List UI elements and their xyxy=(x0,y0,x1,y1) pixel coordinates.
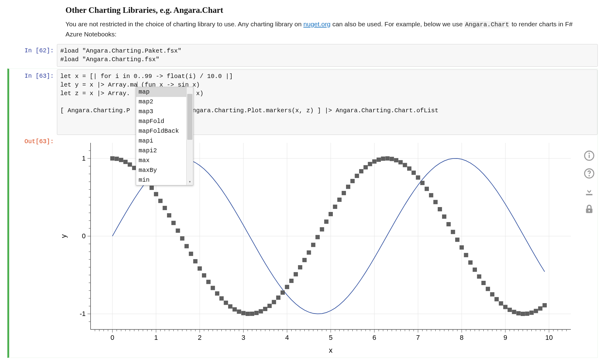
svg-rect-259 xyxy=(525,311,529,316)
svg-rect-188 xyxy=(215,291,219,295)
autocomplete-item[interactable]: maxBy xyxy=(136,165,186,175)
svg-rect-173 xyxy=(150,186,154,190)
svg-rect-182 xyxy=(189,251,193,256)
svg-rect-186 xyxy=(206,280,210,284)
svg-rect-236 xyxy=(425,187,429,191)
svg-text:9: 9 xyxy=(504,334,507,341)
svg-rect-195 xyxy=(246,311,250,316)
help-icon[interactable] xyxy=(582,167,596,180)
autocomplete-item[interactable]: map2 xyxy=(136,97,186,107)
section-heading: Other Charting Libraries, e.g. Angara.Ch… xyxy=(65,6,586,15)
svg-rect-175 xyxy=(158,199,162,203)
svg-rect-178 xyxy=(171,221,176,225)
autocomplete-item[interactable]: mapFoldBack xyxy=(136,126,186,136)
svg-rect-253 xyxy=(499,301,503,305)
svg-rect-179 xyxy=(176,228,180,233)
svg-text:4: 4 xyxy=(285,334,289,341)
svg-point-268 xyxy=(589,175,590,176)
svg-rect-234 xyxy=(416,175,420,180)
svg-text:1: 1 xyxy=(82,154,86,162)
scroll-thumb[interactable] xyxy=(187,94,192,140)
svg-rect-248 xyxy=(477,274,481,278)
svg-rect-239 xyxy=(438,207,442,211)
svg-rect-203 xyxy=(281,290,285,295)
lock-icon[interactable] xyxy=(582,202,596,216)
prompt-in-63: In [63]: xyxy=(9,69,57,135)
code-editor-62[interactable]: #load "Angara.Charting.Paket.fsx" #load … xyxy=(57,44,598,67)
svg-rect-235 xyxy=(420,181,425,185)
svg-rect-238 xyxy=(433,200,438,204)
svg-rect-205 xyxy=(289,279,294,283)
autocomplete-scrollbar[interactable]: ▴ ▾ xyxy=(186,87,193,185)
svg-rect-263 xyxy=(542,303,547,307)
svg-rect-260 xyxy=(530,310,534,315)
svg-rect-216 xyxy=(337,197,342,202)
autocomplete-item[interactable]: min xyxy=(136,175,186,185)
markdown-output: Other Charting Libraries, e.g. Angara.Ch… xyxy=(65,6,586,39)
svg-rect-256 xyxy=(512,310,516,314)
svg-rect-177 xyxy=(167,213,171,217)
svg-rect-257 xyxy=(516,311,521,315)
svg-rect-191 xyxy=(228,304,232,308)
svg-rect-231 xyxy=(403,163,407,167)
svg-text:8: 8 xyxy=(460,334,463,341)
svg-rect-201 xyxy=(272,300,276,304)
svg-point-266 xyxy=(589,153,590,154)
svg-rect-187 xyxy=(211,286,215,290)
svg-rect-242 xyxy=(451,230,455,234)
svg-text:y: y xyxy=(59,234,68,238)
autocomplete-item[interactable]: map3 xyxy=(136,107,186,117)
svg-text:-1: -1 xyxy=(80,310,86,318)
svg-text:2: 2 xyxy=(198,334,202,341)
prompt-out-63: Out[63]: xyxy=(9,135,57,357)
svg-point-271 xyxy=(588,210,590,211)
svg-rect-185 xyxy=(202,273,206,277)
svg-text:0: 0 xyxy=(82,232,86,240)
svg-rect-194 xyxy=(241,311,246,315)
svg-text:10: 10 xyxy=(545,334,552,341)
download-icon[interactable] xyxy=(582,184,596,198)
svg-rect-208 xyxy=(302,258,307,262)
autocomplete-item[interactable]: mapi xyxy=(136,136,186,146)
svg-rect-211 xyxy=(315,235,320,239)
svg-rect-217 xyxy=(342,191,346,195)
svg-rect-226 xyxy=(381,156,385,161)
nuget-link[interactable]: nuget.org xyxy=(303,20,331,28)
svg-rect-184 xyxy=(198,266,202,270)
autocomplete-item[interactable]: mapFold xyxy=(136,117,186,126)
autocomplete-item[interactable]: map xyxy=(136,87,186,97)
svg-rect-166 xyxy=(119,158,123,162)
svg-rect-204 xyxy=(285,285,289,289)
svg-rect-196 xyxy=(250,311,254,316)
svg-rect-198 xyxy=(259,309,263,313)
svg-rect-243 xyxy=(455,237,459,242)
svg-rect-168 xyxy=(128,162,132,166)
code-editor-63[interactable]: let x = [| for i in 0..99 -> float(i) / … xyxy=(57,69,597,135)
svg-text:3: 3 xyxy=(241,334,245,341)
autocomplete-item[interactable]: mapi2 xyxy=(136,146,186,156)
info-icon[interactable] xyxy=(582,149,596,162)
svg-text:1: 1 xyxy=(154,334,158,341)
code-cell-62[interactable]: In [62]: #load "Angara.Charting.Paket.fs… xyxy=(7,43,598,67)
svg-rect-227 xyxy=(385,156,390,160)
svg-rect-192 xyxy=(232,307,237,311)
svg-text:x: x xyxy=(329,346,333,354)
svg-rect-220 xyxy=(355,173,359,178)
svg-rect-181 xyxy=(184,244,189,248)
scroll-down-arrow[interactable]: ▾ xyxy=(187,179,193,185)
svg-rect-167 xyxy=(123,160,128,164)
svg-rect-249 xyxy=(482,281,486,285)
svg-rect-212 xyxy=(320,227,324,231)
svg-rect-261 xyxy=(534,309,538,313)
svg-rect-244 xyxy=(459,245,464,249)
svg-rect-247 xyxy=(473,267,477,272)
svg-rect-213 xyxy=(324,219,329,224)
svg-rect-207 xyxy=(298,265,302,269)
svg-rect-209 xyxy=(307,250,311,254)
autocomplete-popup[interactable]: mapmap2map3mapFoldmapFoldBackmapimapi2ma… xyxy=(136,87,193,185)
autocomplete-item[interactable]: max xyxy=(136,156,186,165)
svg-rect-258 xyxy=(521,312,525,316)
svg-rect-224 xyxy=(372,159,377,163)
code-cell-63[interactable]: In [63]: let x = [| for i in 0..99 -> fl… xyxy=(7,69,598,358)
svg-rect-221 xyxy=(359,169,363,173)
